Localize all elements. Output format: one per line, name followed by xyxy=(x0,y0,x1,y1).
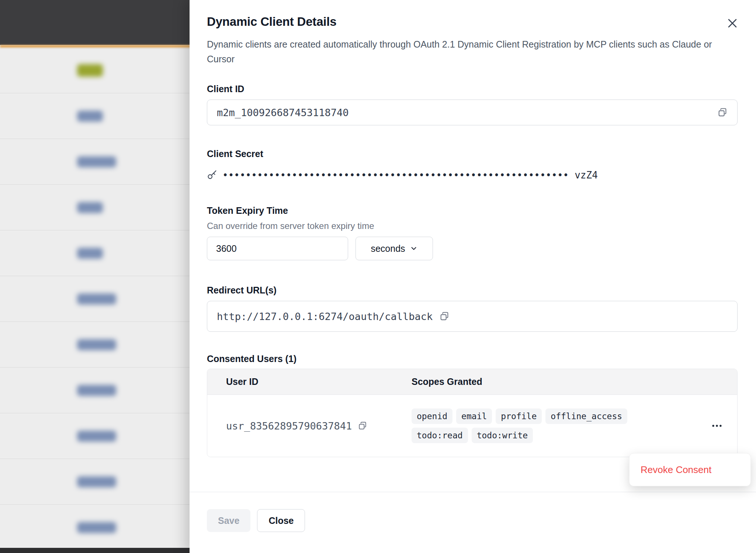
panel-title: Dynamic Client Details xyxy=(207,15,738,29)
background-row xyxy=(0,276,192,322)
chevron-down-icon xyxy=(410,244,418,253)
scope-chip: offline_access xyxy=(545,408,627,424)
blurred-link xyxy=(77,522,116,533)
screen: Dynamic Client Details Dynamic clients a… xyxy=(0,0,756,553)
expiry-unit-select[interactable]: seconds xyxy=(356,237,433,260)
dynamic-client-details-panel: Dynamic Client Details Dynamic clients a… xyxy=(190,0,756,553)
token-expiry-row: seconds xyxy=(207,237,738,260)
consented-users-label: Consented Users (1) xyxy=(207,353,738,364)
scope-chip: todo:write xyxy=(472,428,533,443)
consented-users-table: User ID Scopes Granted usr_8356289579063… xyxy=(207,369,738,457)
copy-client-id-icon[interactable] xyxy=(717,107,728,118)
blurred-link xyxy=(77,202,103,213)
client-secret-row: ••••••••••••••••••••••••••••••••••••••••… xyxy=(207,169,738,181)
close-button[interactable]: Close xyxy=(257,509,305,532)
background-row xyxy=(0,368,192,413)
client-secret-label: Client Secret xyxy=(207,148,738,159)
background-row xyxy=(0,48,192,93)
user-id-value: usr_83562895790637841 xyxy=(226,420,352,432)
panel-description: Dynamic clients are created automaticall… xyxy=(207,37,723,66)
background-row xyxy=(0,322,192,368)
copy-user-id-icon[interactable] xyxy=(358,421,367,431)
table-header: User ID Scopes Granted xyxy=(207,369,737,395)
blurred-link xyxy=(77,111,103,122)
background-bottombar xyxy=(0,548,192,553)
background-row xyxy=(0,459,192,505)
blurred-badge xyxy=(77,64,103,77)
token-expiry-label: Token Expiry Time xyxy=(207,205,738,216)
blurred-link xyxy=(77,431,116,442)
background-row xyxy=(0,505,192,550)
row-actions-popover: Revoke Consent xyxy=(629,453,751,486)
table-row: usr_83562895790637841 openid email profi… xyxy=(207,395,737,457)
redirect-url-value: http://127.0.0.1:6274/oauth/callback xyxy=(217,311,433,322)
panel-content: Client ID m2m_100926687453118740 Client … xyxy=(190,66,756,492)
background-accent-line xyxy=(0,45,192,48)
background-table xyxy=(0,48,192,550)
background-row xyxy=(0,139,192,185)
blurred-link xyxy=(77,339,116,350)
copy-redirect-url-icon[interactable] xyxy=(439,311,450,321)
client-id-label: Client ID xyxy=(207,83,738,94)
scopes-chip-list: openid email profile offline_access todo… xyxy=(412,408,655,443)
save-button[interactable]: Save xyxy=(207,509,250,532)
client-id-field[interactable]: m2m_100926687453118740 xyxy=(207,100,738,125)
expiry-unit-value: seconds xyxy=(371,243,405,254)
close-icon[interactable] xyxy=(725,16,740,31)
revoke-consent-button[interactable]: Revoke Consent xyxy=(641,464,711,476)
user-id-column-header: User ID xyxy=(207,376,412,387)
scope-chip: todo:read xyxy=(412,428,468,443)
key-icon xyxy=(207,170,217,180)
client-secret-suffix: vzZ4 xyxy=(575,170,598,181)
token-expiry-hint: Can override from server token expiry ti… xyxy=(207,220,738,232)
redirect-urls-label: Redirect URL(s) xyxy=(207,285,738,296)
background-row xyxy=(0,413,192,459)
background-row xyxy=(0,185,192,230)
blurred-link xyxy=(77,248,103,259)
panel-footer: Save Close xyxy=(190,492,756,553)
blurred-link xyxy=(77,385,116,396)
row-actions-menu-icon[interactable] xyxy=(711,420,723,432)
token-expiry-input[interactable] xyxy=(207,237,348,260)
scope-chip: openid xyxy=(412,408,452,424)
client-id-value: m2m_100926687453118740 xyxy=(217,107,349,118)
client-secret-masked: ••••••••••••••••••••••••••••••••••••••••… xyxy=(222,170,569,181)
panel-header: Dynamic Client Details Dynamic clients a… xyxy=(190,0,756,66)
background-topbar xyxy=(0,0,192,45)
scope-chip: email xyxy=(456,408,492,424)
scope-chip: profile xyxy=(496,408,542,424)
background-page xyxy=(0,0,192,553)
blurred-link xyxy=(77,293,116,305)
background-row xyxy=(0,93,192,139)
background-row xyxy=(0,230,192,276)
blurred-link xyxy=(77,156,116,167)
scopes-column-header: Scopes Granted xyxy=(412,376,697,387)
redirect-url-field[interactable]: http://127.0.0.1:6274/oauth/callback xyxy=(207,301,738,332)
blurred-link xyxy=(77,476,116,487)
